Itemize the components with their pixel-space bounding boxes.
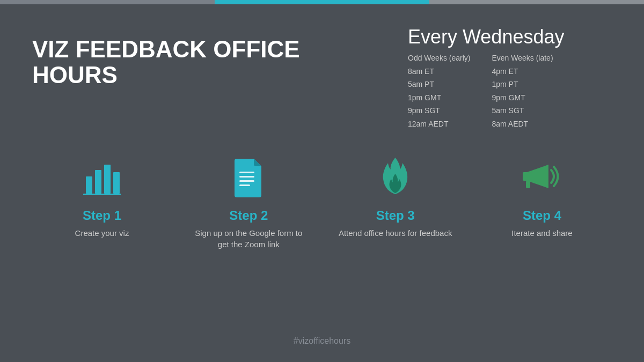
top-section: VIZ FEEDBACK OFFICE HOURS Every Wednesda… <box>32 26 612 130</box>
flame-icon <box>374 157 417 200</box>
step-4-description: Iterate and share <box>511 227 572 239</box>
step-4-label: Step 4 <box>523 208 561 223</box>
odd-time-5: 12am AEDT <box>408 118 470 130</box>
odd-time-3: 1pm GMT <box>408 92 470 104</box>
main-content: VIZ FEEDBACK OFFICE HOURS Every Wednesda… <box>0 4 644 362</box>
svg-rect-1 <box>95 170 101 194</box>
even-weeks-header: Even Weeks (late) <box>492 54 553 62</box>
odd-time-4: 9pm SGT <box>408 105 470 116</box>
odd-weeks-column: Odd Weeks (early) 8am ET 5am PT 1pm GMT … <box>408 54 470 130</box>
schedule-table: Odd Weeks (early) 8am ET 5am PT 1pm GMT … <box>408 54 612 130</box>
svg-rect-6 <box>239 176 254 178</box>
odd-time-1: 8am ET <box>408 65 470 77</box>
step-1-description: Create your viz <box>75 227 129 239</box>
top-bar-segment-middle <box>215 0 429 4</box>
step-3-label: Step 3 <box>376 208 415 223</box>
even-weeks-column: Even Weeks (late) 4pm ET 1pm PT 9pm GMT … <box>492 54 553 130</box>
even-time-4: 5am SGT <box>492 105 553 116</box>
step-3: Step 3 Attend office hours for feedback <box>336 157 455 239</box>
odd-weeks-header: Odd Weeks (early) <box>408 54 470 62</box>
step-2: Step 2 Sign up on the Google form to get… <box>189 157 308 250</box>
megaphone-icon <box>521 157 564 200</box>
schedule-heading: Every Wednesday <box>408 26 612 48</box>
svg-rect-10 <box>526 181 530 188</box>
even-time-3: 9pm GMT <box>492 92 553 104</box>
svg-rect-2 <box>104 165 111 194</box>
top-bar-segment-right <box>429 0 644 4</box>
bar-chart-icon <box>80 157 123 200</box>
step-1-label: Step 1 <box>83 208 121 223</box>
step-2-description: Sign up on the Google form to get the Zo… <box>189 227 308 250</box>
svg-rect-5 <box>239 172 254 173</box>
svg-rect-9 <box>523 172 529 181</box>
svg-rect-3 <box>113 172 120 194</box>
svg-rect-7 <box>239 180 254 182</box>
schedule-section: Every Wednesday Odd Weeks (early) 8am ET… <box>408 26 612 130</box>
step-4: Step 4 Iterate and share <box>483 157 601 239</box>
svg-rect-4 <box>83 194 121 195</box>
steps-section: Step 1 Create your viz Step 2 Sign <box>32 157 612 250</box>
step-2-label: Step 2 <box>229 208 268 223</box>
even-time-5: 8am AEDT <box>492 118 553 130</box>
top-bar-segment-left <box>0 0 215 4</box>
hashtag-text: #vizofficehours <box>0 336 644 346</box>
svg-rect-8 <box>239 184 250 186</box>
odd-time-2: 5am PT <box>408 78 470 90</box>
page-title: VIZ FEEDBACK OFFICE HOURS <box>32 26 311 88</box>
footer: #vizofficehours <box>0 336 644 346</box>
step-3-description: Attend office hours for feedback <box>339 227 452 239</box>
even-time-2: 1pm PT <box>492 78 553 90</box>
step-1: Step 1 Create your viz <box>43 157 161 239</box>
even-time-1: 4pm ET <box>492 65 553 77</box>
svg-rect-0 <box>86 176 92 194</box>
top-bar <box>0 0 644 4</box>
document-icon <box>227 157 270 200</box>
